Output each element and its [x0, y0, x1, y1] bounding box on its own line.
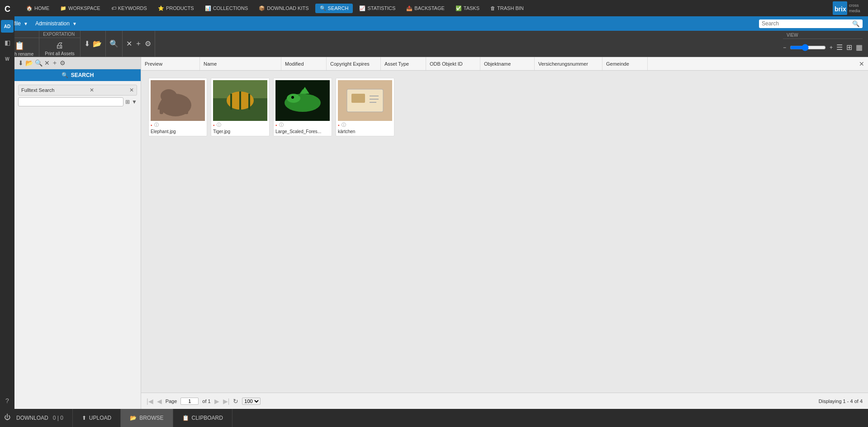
- left-toolbar-zoom-in[interactable]: 🔍: [35, 59, 43, 67]
- fulltext-input[interactable]: [18, 97, 123, 106]
- page-label: Page: [166, 398, 177, 404]
- page-last-btn[interactable]: ▶|: [223, 398, 230, 405]
- nav-products[interactable]: ⭐ PRODUCTS: [153, 4, 199, 13]
- top-search-input[interactable]: [762, 20, 852, 27]
- per-page-select[interactable]: 100 50 200: [242, 398, 261, 405]
- col-header-name: Name: [200, 57, 281, 70]
- fulltext-dropdown-arrow[interactable]: ▼: [132, 99, 137, 105]
- fulltext-filter-row: Fulltext Search ✕ ✕: [18, 85, 137, 96]
- zoom-slider[interactable]: [790, 44, 826, 51]
- per-page-selector: 100 50 200: [242, 398, 261, 405]
- left-toolbar-folder[interactable]: 📂: [25, 59, 33, 67]
- asset-card-elephant[interactable]: ▪ ⓘ Elephant.jpg: [148, 78, 207, 136]
- left-panel: ⬇ 📂 🔍 ✕ ＋ ⚙ 🔍 SEARCH Fulltext Search ✕ ✕…: [14, 57, 141, 409]
- left-toolbar-add[interactable]: ＋: [52, 59, 58, 67]
- nav-home[interactable]: 🏠 HOME: [22, 4, 54, 13]
- zoom-minus-icon: −: [783, 44, 786, 51]
- asset-card-tiger[interactable]: ▪ ⓘ Tiger.jpg: [211, 78, 270, 136]
- asset-card-lizard[interactable]: ▪ ⓘ Large_Scaled_Fores...: [273, 78, 332, 136]
- home-icon: 🏠: [26, 5, 33, 11]
- sidebar-item-layers[interactable]: ◧: [1, 36, 14, 49]
- bottom-upload-btn[interactable]: ⬆ UPLOAD: [73, 409, 121, 427]
- profile-dropdown-arrow: ▼: [24, 21, 28, 26]
- svg-text:cross: cross: [849, 3, 859, 8]
- batch-rename-icon: 📋: [14, 41, 24, 51]
- nav-search[interactable]: 🔍 SEARCH: [315, 4, 353, 13]
- clear-btn[interactable]: ✕: [126, 39, 132, 48]
- col-close-button[interactable]: ✕: [855, 60, 868, 67]
- tasks-icon: ✅: [455, 5, 462, 11]
- nav-statistics[interactable]: 📈 STATISTICS: [355, 4, 400, 13]
- view-grid-btn[interactable]: ⊞: [846, 43, 852, 52]
- asset-grid: ▪ ⓘ Elephant.jpg: [141, 71, 868, 393]
- asset-checkbox-lizard: ▪: [275, 123, 277, 128]
- displaying-text: Displaying 1 - 4 of 4: [819, 398, 863, 404]
- svg-text:C: C: [5, 5, 10, 14]
- trash-bin-icon: 🗑: [490, 5, 495, 11]
- left-toolbar-download[interactable]: ⬇: [18, 59, 24, 67]
- page-first-btn[interactable]: |◀: [147, 398, 153, 405]
- page-of: of 1: [202, 398, 210, 404]
- asset-name-lizard: Large_Scaled_Fores...: [275, 129, 330, 134]
- page-input[interactable]: [180, 398, 199, 405]
- fulltext-close-icon[interactable]: ✕: [129, 87, 134, 93]
- asset-thumb-kartchen: [338, 80, 392, 121]
- asset-icons-tiger: ▪ ⓘ: [213, 121, 267, 129]
- download-kits-icon: 📦: [259, 5, 265, 11]
- keywords-icon: 🏷: [111, 5, 116, 11]
- svg-text:brix: brix: [835, 5, 846, 13]
- nav-tasks[interactable]: ✅ TASKS: [451, 4, 484, 13]
- search-nav-icon: 🔍: [320, 5, 326, 11]
- print-icon: 🖨: [56, 41, 64, 50]
- column-headers: Preview Name Modified Copyright Expires …: [141, 57, 868, 71]
- nav-workspace[interactable]: 📁 WORKSPACE: [56, 4, 105, 13]
- bottom-browse-btn[interactable]: 📂 BROWSE: [121, 409, 173, 427]
- nav-download-kits[interactable]: 📦 DOWNLOAD KITS: [254, 4, 313, 13]
- search-header-icon: 🔍: [62, 72, 68, 78]
- content-area: Preview Name Modified Copyright Expires …: [141, 57, 868, 409]
- zoom-search-btn[interactable]: 🔍: [109, 39, 119, 48]
- asset-checkbox-elephant: ▪: [151, 123, 152, 128]
- asset-name-tiger: Tiger.jpg: [213, 129, 267, 134]
- top-search-button[interactable]: 🔍: [852, 20, 860, 27]
- bottom-clipboard-btn[interactable]: 📋 CLIPBOARD: [173, 409, 232, 427]
- folder-small-btn[interactable]: 📂: [93, 39, 102, 48]
- zoom-plus-icon: +: [830, 44, 833, 51]
- sidebar-item-help[interactable]: ?: [1, 394, 14, 407]
- brand-logo: brix cross media: [833, 1, 864, 15]
- nav-backstage[interactable]: 📤 BACKSTAGE: [402, 4, 449, 13]
- view-list-btn[interactable]: ☰: [836, 43, 843, 52]
- sidebar-item-ad[interactable]: AD: [1, 20, 14, 33]
- page-prev-btn[interactable]: ◀: [157, 398, 162, 405]
- backstage-icon: 📤: [406, 5, 413, 11]
- administration-button[interactable]: Administration ▼: [35, 20, 77, 27]
- main-layout: ⬇ 📂 🔍 ✕ ＋ ⚙ 🔍 SEARCH Fulltext Search ✕ ✕…: [14, 57, 868, 409]
- filter-clear-icon[interactable]: ✕: [90, 87, 94, 93]
- admin-dropdown-arrow: ▼: [72, 21, 77, 26]
- left-icon-bar: AD ◧ W ? ⏻: [0, 16, 14, 427]
- sidebar-item-power[interactable]: ⏻: [1, 411, 14, 423]
- nav-trash-bin[interactable]: 🗑 TRASH BIN: [486, 4, 528, 13]
- app-logo[interactable]: C: [4, 2, 16, 14]
- nav-keywords[interactable]: 🏷 KEYWORDS: [107, 4, 152, 13]
- svg-text:media: media: [849, 9, 860, 13]
- left-toolbar-clear[interactable]: ✕: [44, 59, 50, 67]
- main-toolbar: EDIT 📋 Batch rename EXPORTATION 🖨 Print …: [0, 31, 868, 57]
- col-header-versicherung: Versicherungsnummer: [535, 57, 602, 70]
- col-header-modified: Modified: [281, 57, 327, 70]
- settings-btn[interactable]: ⚙: [145, 39, 151, 48]
- print-all-button[interactable]: 🖨 Print all Assets: [39, 38, 80, 59]
- view-detail-btn[interactable]: ▦: [856, 43, 863, 52]
- svg-rect-11: [185, 105, 188, 114]
- left-toolbar-settings[interactable]: ⚙: [60, 59, 66, 67]
- add-btn[interactable]: ＋: [135, 39, 142, 48]
- nav-collections[interactable]: 📊 COLLECTIONS: [200, 4, 253, 13]
- statistics-icon: 📈: [359, 5, 365, 11]
- asset-card-kartchen[interactable]: ▪ ⓘ kärtchen: [336, 78, 394, 136]
- download-small-btn[interactable]: ⬇: [84, 39, 90, 48]
- page-next-btn[interactable]: ▶: [214, 398, 219, 405]
- refresh-button[interactable]: ↻: [233, 398, 238, 405]
- sidebar-item-badge[interactable]: W: [1, 53, 14, 65]
- asset-checkbox-kartchen: ▪: [338, 123, 340, 128]
- asset-icons-elephant: ▪ ⓘ: [151, 121, 205, 129]
